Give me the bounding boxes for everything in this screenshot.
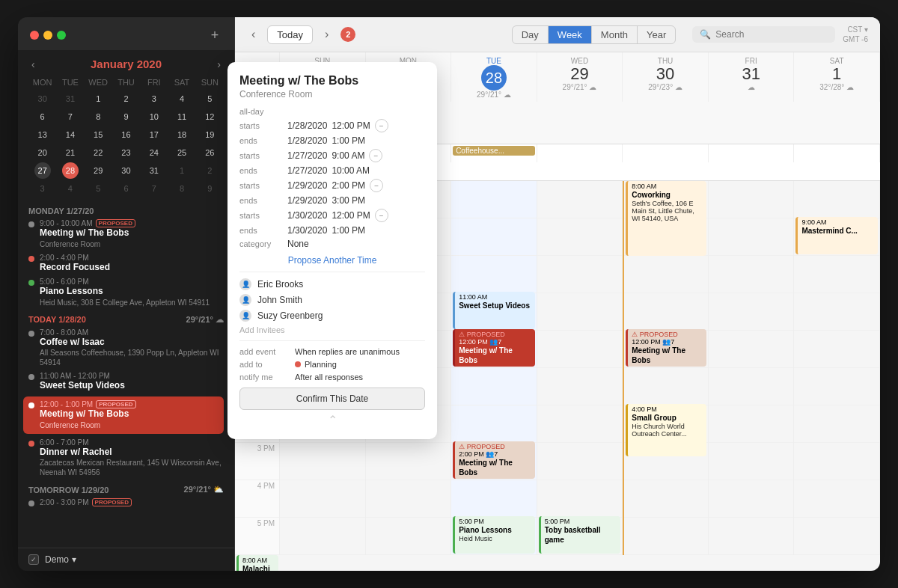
mini-cal-day[interactable]: 26 — [201, 144, 218, 161]
event-malachi-basketball[interactable]: 8:00 AM Malachi Basketball Practice — [236, 555, 278, 571]
planning-dot — [295, 361, 301, 367]
view-month-button[interactable]: Month — [592, 26, 638, 43]
notification-badge[interactable]: 2 — [340, 27, 355, 42]
event-mastermind[interactable]: 9:00 AM Mastermind C... — [795, 217, 878, 254]
mini-cal-day[interactable]: 8 — [90, 108, 106, 125]
confirm-date-button[interactable]: Confirm This Date — [239, 388, 425, 410]
close-button[interactable] — [30, 31, 39, 40]
day-weather: 29°/21° ⛅ — [184, 485, 224, 494]
mini-cal-day[interactable]: 3 — [146, 91, 162, 107]
mini-cal-day[interactable]: 24 — [146, 144, 162, 161]
time-4pm: 4 PM — [235, 480, 279, 518]
mini-cal-day[interactable]: 5 — [90, 180, 106, 197]
mini-cal-day[interactable]: 19 — [201, 126, 218, 143]
mini-cal-day[interactable]: 2 — [201, 162, 218, 179]
popup-remove-date-btn[interactable]: − — [375, 119, 388, 132]
account-selector[interactable]: Demo ▾ — [45, 554, 76, 565]
mini-cal-day[interactable]: 7 — [146, 180, 162, 197]
mini-cal-day[interactable]: 6 — [117, 180, 134, 197]
mini-cal-day[interactable]: 6 — [34, 108, 51, 125]
view-week-button[interactable]: Week — [549, 26, 592, 43]
list-item[interactable]: 6:00 - 7:00 PM Dinner w/ Rachel Zacateca… — [28, 438, 224, 478]
mini-cal-day[interactable]: 18 — [174, 126, 190, 143]
event-toby-basketball[interactable]: 5:00 PM Toby basketball game — [539, 516, 621, 554]
mini-cal-day[interactable]: 4 — [62, 180, 79, 197]
mini-cal-day[interactable]: 8 — [174, 180, 190, 197]
event-sweet-setup[interactable]: 11:00 AM Sweet Setup Videos — [453, 292, 535, 329]
event-small-group[interactable]: 4:00 PM Small Group His Church World Out… — [626, 404, 706, 456]
calendar-next-button[interactable]: › — [320, 26, 333, 43]
list-item[interactable]: 9:00 - 10:00 AM PROPOSED Meeting w/ The … — [28, 219, 224, 249]
popup-remove-date-btn-3[interactable]: − — [370, 179, 383, 192]
mini-cal-day[interactable]: 17 — [146, 126, 162, 143]
mini-cal-day[interactable]: 10 — [146, 108, 162, 125]
mini-cal-day[interactable]: 2 — [117, 91, 134, 107]
mini-cal-day[interactable]: 15 — [90, 126, 106, 143]
popup-ends-2: ends 1/27/2020 10:00 AM — [239, 165, 425, 176]
event-dot — [28, 256, 34, 262]
mini-cal-day[interactable]: 20 — [34, 144, 51, 161]
list-item[interactable]: 11:00 AM - 12:00 PM Sweet Setup Videos — [28, 372, 224, 392]
mini-cal-day[interactable]: 7 — [62, 108, 79, 125]
mini-cal-day[interactable]: 30 — [117, 162, 134, 179]
list-item[interactable]: 7:00 - 8:00 AM Coffee w/ Isaac All Seaso… — [28, 328, 224, 368]
list-item-highlighted[interactable]: 12:00 - 1:00 PM PROPOSED Meeting w/ The … — [23, 396, 224, 434]
event-meeting-bobs-tue[interactable]: ⚠ PROPOSED 12:00 PM 👥7 Meeting w/ The Bo… — [453, 329, 535, 367]
mini-cal-day-today[interactable]: 28 — [62, 162, 79, 179]
mini-cal-day[interactable]: 14 — [62, 126, 79, 143]
event-details: 11:00 AM - 12:00 PM Sweet Setup Videos — [40, 372, 224, 392]
mini-cal-day[interactable]: 13 — [34, 126, 51, 143]
event-dot — [28, 331, 34, 337]
view-day-button[interactable]: Day — [513, 26, 549, 43]
event-piano-lessons[interactable]: 5:00 PM Piano Lessons Heid Music — [453, 516, 535, 554]
event-details: 7:00 - 8:00 AM Coffee w/ Isaac All Seaso… — [40, 328, 224, 368]
event-location: Heid Music, 308 E College Ave, Appleton … — [40, 298, 224, 307]
today-button[interactable]: Today — [267, 25, 313, 44]
allday-event[interactable]: Coffeehouse... — [453, 146, 535, 156]
mini-cal-day[interactable]: 5 — [201, 91, 218, 107]
mini-cal-day[interactable]: 4 — [174, 91, 190, 107]
event-meeting-bobs-thu[interactable]: ⚠ PROPOSED 12:00 PM 👥7 Meeting w/ The Bo… — [626, 329, 706, 367]
list-item[interactable]: 5:00 - 6:00 PM Piano Lessons Heid Music,… — [28, 278, 224, 307]
event-meeting-bobs-tue-2pm[interactable]: ⚠ PROPOSED 2:00 PM 👥7 Meeting w/ The Bob… — [453, 441, 535, 479]
list-item[interactable]: 2:00 - 3:00 PM PROPOSED — [28, 498, 224, 506]
mini-cal-day[interactable]: 31 — [146, 162, 162, 179]
mini-cal-day[interactable]: 23 — [117, 144, 134, 161]
calendar-prev-button[interactable]: ‹ — [247, 26, 260, 43]
mini-cal-day[interactable]: 1 — [174, 162, 190, 179]
sidebar-footer: ✓ Demo ▾ — [18, 548, 234, 571]
add-invitees-link[interactable]: Add Invitees — [239, 325, 425, 334]
fullscreen-button[interactable] — [57, 31, 66, 40]
event-title: Meeting w/ The Bobs — [40, 227, 224, 239]
mini-cal-day[interactable]: 9 — [201, 180, 218, 197]
mini-cal-next[interactable]: › — [214, 58, 224, 70]
mini-cal-day[interactable]: 27 — [34, 162, 51, 179]
mini-cal-day[interactable]: 1 — [90, 91, 106, 107]
mini-cal-day[interactable]: 25 — [174, 144, 190, 161]
popup-remove-date-btn-2[interactable]: − — [369, 149, 382, 162]
mini-cal-day[interactable]: 11 — [174, 108, 190, 125]
list-item[interactable]: 2:00 - 4:00 PM Record Focused — [28, 254, 224, 274]
propose-another-time-link[interactable]: Propose Another Time — [239, 255, 425, 266]
minimize-button[interactable] — [43, 31, 52, 40]
sidebar-checkbox[interactable]: ✓ — [28, 554, 39, 565]
mini-cal-day[interactable]: 21 — [62, 144, 79, 161]
mini-cal-day[interactable]: 3 — [34, 180, 51, 197]
mini-cal-prev[interactable]: ‹ — [28, 58, 38, 70]
mini-cal-day[interactable]: 12 — [201, 108, 218, 125]
mini-cal-day[interactable]: 22 — [90, 144, 106, 161]
event-dot — [28, 402, 34, 408]
event-popup: Meeting w/ The Bobs Conference Room all-… — [227, 62, 437, 439]
mini-cal-day[interactable]: 29 — [90, 162, 106, 179]
search-input[interactable] — [715, 29, 828, 40]
mini-cal-day[interactable]: 9 — [117, 108, 134, 125]
mini-cal-day[interactable]: 30 — [34, 91, 51, 107]
popup-location: Conference Room — [239, 89, 425, 99]
mini-cal-day[interactable]: 31 — [62, 91, 79, 107]
popup-remove-date-btn-4[interactable]: − — [375, 209, 388, 222]
mini-cal-day[interactable]: 16 — [117, 126, 134, 143]
add-event-button[interactable]: + — [207, 28, 222, 43]
cal-header-fri31: FRI 31 ☁ — [709, 52, 795, 102]
view-year-button[interactable]: Year — [638, 26, 675, 43]
event-coworking[interactable]: 8:00 AM Coworking Seth's Coffee, 106 E M… — [626, 181, 706, 256]
